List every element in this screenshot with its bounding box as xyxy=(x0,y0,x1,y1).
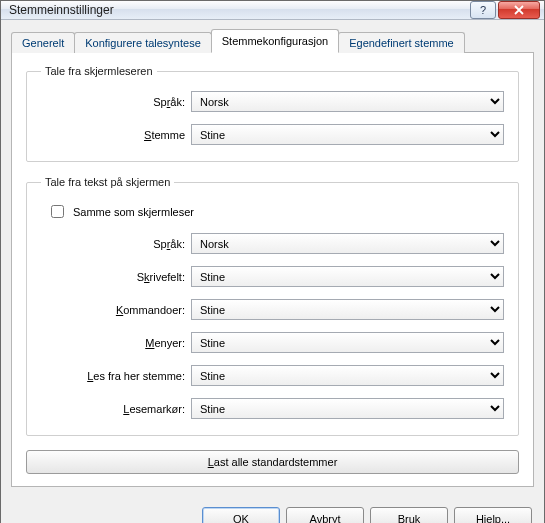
row-menus: Menyer: Stine xyxy=(41,332,504,353)
label-same-as-screenreader: Samme som skjermleser xyxy=(73,206,194,218)
row-read-from-here: Les fra her stemme: Stine xyxy=(41,365,504,386)
row-same-as-screenreader: Samme som skjermleser xyxy=(47,202,504,221)
help-button[interactable]: Hjelp... xyxy=(454,507,532,523)
row-read-cursor: Lesemarkør: Stine xyxy=(41,398,504,419)
window-title: Stemmeinnstillinger xyxy=(9,3,470,17)
cancel-button[interactable]: Avbryt xyxy=(286,507,364,523)
row-writefield: Skrivefelt: Stine xyxy=(41,266,504,287)
label-writefield: Skrivefelt: xyxy=(41,271,191,283)
close-icon[interactable] xyxy=(498,1,540,19)
dialog-footer: OK Avbryt Bruk Hjelp... xyxy=(1,497,544,523)
select-menus[interactable]: Stine xyxy=(191,332,504,353)
tab-panel: Tale fra skjermleseren Språk: Norsk Stem… xyxy=(11,52,534,487)
select-language2[interactable]: Norsk xyxy=(191,233,504,254)
label-read-cursor: Lesemarkør: xyxy=(41,403,191,415)
select-language[interactable]: Norsk xyxy=(191,91,504,112)
select-voice[interactable]: Stine xyxy=(191,124,504,145)
label-menus: Menyer: xyxy=(41,337,191,349)
tab-egendefinert-stemme[interactable]: Egendefinert stemme xyxy=(338,32,465,53)
row-language2: Språk: Norsk xyxy=(41,233,504,254)
select-read-cursor[interactable]: Stine xyxy=(191,398,504,419)
tab-generelt[interactable]: Generelt xyxy=(11,32,75,53)
group-screen-text-legend: Tale fra tekst på skjermen xyxy=(41,176,174,188)
label-commands: Kommandoer: xyxy=(41,304,191,316)
tab-konfigurere-talesyntese[interactable]: Konfigurere talesyntese xyxy=(74,32,212,53)
row-commands: Kommandoer: Stine xyxy=(41,299,504,320)
tab-stemmekonfigurasjon[interactable]: Stemmekonfigurasjon xyxy=(211,29,339,53)
titlebar-buttons: ? xyxy=(470,1,540,19)
select-commands[interactable]: Stine xyxy=(191,299,504,320)
titlebar: Stemmeinnstillinger ? xyxy=(1,1,544,20)
label-read-from-here: Les fra her stemme: xyxy=(41,370,191,382)
label-language: Språk: xyxy=(41,96,191,108)
label-language2: Språk: xyxy=(41,238,191,250)
apply-button[interactable]: Bruk xyxy=(370,507,448,523)
row-language: Språk: Norsk xyxy=(41,91,504,112)
group-screen-text-speech: Tale fra tekst på skjermen Samme som skj… xyxy=(26,176,519,436)
group-screenreader-legend: Tale fra skjermleseren xyxy=(41,65,157,77)
client-area: Generelt Konfigurere talesyntese Stemmek… xyxy=(1,20,544,497)
dialog-window: Stemmeinnstillinger ? Generelt Konfigure… xyxy=(0,0,545,523)
help-icon[interactable]: ? xyxy=(470,1,496,19)
tabstrip: Generelt Konfigurere talesyntese Stemmek… xyxy=(11,28,534,52)
select-read-from-here[interactable]: Stine xyxy=(191,365,504,386)
group-screenreader-speech: Tale fra skjermleseren Språk: Norsk Stem… xyxy=(26,65,519,162)
load-default-voices-button[interactable]: Last alle standardstemmer xyxy=(26,450,519,474)
row-voice: Stemme Stine xyxy=(41,124,504,145)
checkbox-same-as-screenreader[interactable] xyxy=(51,205,64,218)
select-writefield[interactable]: Stine xyxy=(191,266,504,287)
ok-button[interactable]: OK xyxy=(202,507,280,523)
label-voice: Stemme xyxy=(41,129,191,141)
